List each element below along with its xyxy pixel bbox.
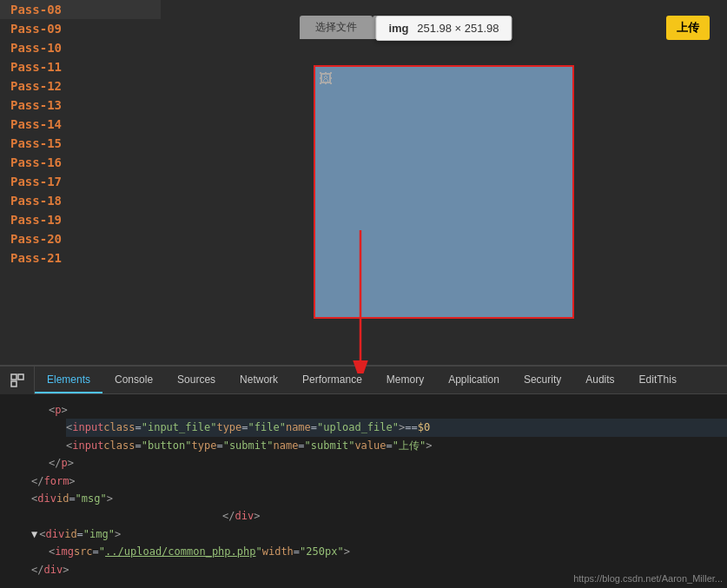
red-arrow-svg	[321, 221, 400, 373]
sidebar-item-pass17[interactable]: Pass-17	[0, 172, 161, 191]
sidebar-item-pass11[interactable]: Pass-11	[0, 57, 161, 76]
code-line-div-msg: <div id="msg">	[31, 490, 727, 507]
sidebar-item-pass12[interactable]: Pass-12	[0, 76, 161, 96]
sidebar-item-pass08[interactable]: Pass-08	[0, 0, 161, 19]
svg-rect-4	[11, 381, 17, 386]
sidebar-item-pass19[interactable]: Pass-19	[0, 210, 161, 229]
code-line-input-file: <input class="input_file" type="file" na…	[66, 419, 727, 436]
svg-rect-3	[18, 374, 23, 380]
tab-security[interactable]: Security	[512, 367, 573, 393]
sidebar: Pass-08 Pass-09 Pass-10 Pass-11 Pass-12 …	[0, 0, 161, 365]
tooltip-tag: img	[388, 22, 408, 35]
upload-button[interactable]: 上传	[666, 16, 710, 40]
sidebar-item-pass18[interactable]: Pass-18	[0, 191, 161, 210]
tab-network[interactable]: Network	[228, 367, 290, 393]
main-content: 选择文件 未选择任何文件 上传 img 251.98 × 251.98 🖼	[161, 0, 727, 365]
tab-elements[interactable]: Elements	[35, 367, 102, 393]
code-line-div-img: ▼ <div id="img">	[31, 525, 727, 543]
sidebar-item-pass21[interactable]: Pass-21	[0, 248, 161, 268]
sidebar-item-pass14[interactable]: Pass-14	[0, 115, 161, 134]
tab-console[interactable]: Console	[102, 367, 165, 393]
code-line-input-submit: <input class="button" type="submit" name…	[66, 437, 727, 454]
sidebar-item-pass16[interactable]: Pass-16	[0, 153, 161, 172]
red-arrow-container	[321, 221, 400, 377]
code-line-p-close: </p>	[49, 454, 727, 472]
broken-image-icon: 🖼	[319, 70, 333, 87]
devtools-code: <p> <input class="input_file" type="file…	[0, 394, 727, 585]
tooltip-dimensions: 251.98 × 251.98	[417, 22, 499, 35]
header-tab-choose[interactable]: 选择文件	[300, 16, 373, 39]
tab-sources[interactable]: Sources	[165, 367, 228, 393]
code-line-form-close: </form>	[31, 472, 727, 490]
code-line-p-open: <p>	[49, 401, 727, 419]
sidebar-item-pass20[interactable]: Pass-20	[0, 229, 161, 248]
tab-editthis[interactable]: EditThis	[627, 367, 689, 393]
tab-audits[interactable]: Audits	[573, 367, 626, 393]
watermark: https://blog.csdn.net/Aaron_Miller...	[573, 573, 723, 584]
sidebar-item-pass15[interactable]: Pass-15	[0, 134, 161, 153]
devtools-panel: Elements Console Sources Network Perform…	[0, 365, 727, 588]
sidebar-item-pass09[interactable]: Pass-09	[0, 19, 161, 38]
collapse-arrow-icon[interactable]: ▼	[31, 525, 37, 543]
sidebar-item-pass10[interactable]: Pass-10	[0, 38, 161, 57]
img-tooltip: img 251.98 × 251.98	[375, 16, 512, 41]
tab-application[interactable]: Application	[436, 367, 512, 393]
code-line-div-close-msg: </div>	[14, 507, 727, 525]
code-line-img-src: <img src="../upload/common_php.php" widt…	[49, 543, 727, 560]
sidebar-item-pass13[interactable]: Pass-13	[0, 96, 161, 115]
devtools-icon-area	[0, 367, 35, 394]
devtools-cursor-icon	[10, 373, 24, 387]
svg-rect-2	[11, 374, 17, 380]
